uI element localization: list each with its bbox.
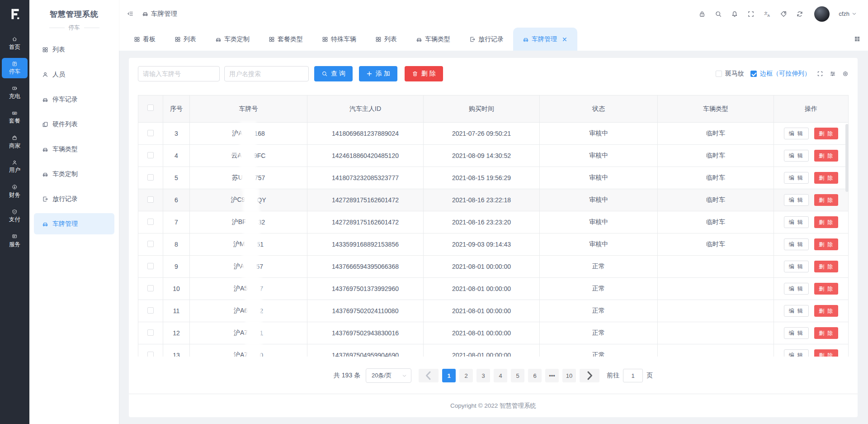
row-delete-button[interactable]: 删 除 (814, 216, 838, 228)
select-all-checkbox[interactable] (147, 105, 154, 111)
edit-button[interactable]: 编 辑 (784, 172, 809, 184)
rail-item-package[interactable]: VIP套餐 (2, 107, 28, 128)
rail-item-pay[interactable]: 支付 (2, 206, 28, 227)
delete-button[interactable]: 删 除 (405, 66, 443, 81)
border-checkbox[interactable]: 边框（可拉伸列） (750, 70, 811, 78)
edit-button[interactable]: 编 辑 (784, 349, 809, 357)
row-delete-button[interactable]: 删 除 (814, 327, 838, 339)
goto-page-input[interactable] (623, 369, 643, 382)
row-checkbox[interactable] (147, 219, 154, 225)
edit-button[interactable]: 编 辑 (784, 261, 809, 272)
cell-plate: 云A9FC (190, 145, 307, 167)
app-logo[interactable] (0, 0, 29, 28)
sidebar-item-hardware-list[interactable]: 硬件列表 (29, 112, 119, 137)
tab-list-2[interactable]: 列表 (366, 28, 406, 51)
rail-item-user[interactable]: 用户 (2, 157, 28, 177)
page-ellipsis[interactable]: ••• (545, 369, 559, 382)
tab-car-custom[interactable]: 车类定制 (206, 28, 259, 51)
query-button[interactable]: 查 询 (314, 66, 353, 81)
row-delete-button[interactable]: 删 除 (814, 150, 838, 162)
edit-button[interactable]: 编 辑 (784, 305, 809, 317)
rail-item-parking[interactable]: 停车 (2, 58, 28, 79)
avatar[interactable] (814, 6, 830, 22)
row-delete-button[interactable]: 删 除 (814, 349, 838, 357)
next-page-button[interactable] (580, 369, 599, 382)
edit-button[interactable]: 编 辑 (784, 327, 809, 339)
gear-icon[interactable] (842, 71, 849, 77)
tab-package-types[interactable]: 套餐类型 (259, 28, 312, 51)
page-button-6[interactable]: 6 (528, 369, 542, 382)
fullscreen-icon[interactable] (817, 71, 823, 77)
page-button-2[interactable]: 2 (459, 369, 473, 382)
table-scrollbar-thumb[interactable] (845, 124, 849, 192)
row-delete-button[interactable]: 删 除 (814, 128, 838, 139)
sidebar-item-staff[interactable]: 人员 (29, 62, 119, 87)
zebra-checkbox-box[interactable] (716, 71, 722, 77)
prev-page-button[interactable] (419, 369, 439, 382)
user-menu[interactable]: cfzh (839, 10, 857, 17)
edit-button[interactable]: 编 辑 (784, 238, 809, 250)
edit-button[interactable]: 编 辑 (784, 216, 809, 228)
sidebar-item-car-custom[interactable]: 车类定制 (29, 162, 119, 186)
page-button-10[interactable]: 10 (562, 369, 576, 382)
translate-icon[interactable]: 文A (764, 10, 771, 18)
row-checkbox[interactable] (147, 196, 154, 203)
row-checkbox[interactable] (147, 152, 154, 158)
page-size-select[interactable]: 20条/页 (366, 368, 411, 383)
tab-release-records[interactable]: 放行记录 (460, 28, 513, 51)
tab-plate-manage[interactable]: 车牌管理 (513, 28, 577, 51)
edit-button[interactable]: 编 辑 (784, 150, 809, 162)
tab-list-1[interactable]: 列表 (165, 28, 206, 51)
username: cfzh (839, 10, 849, 17)
rail-item-service[interactable]: 服务 (2, 230, 28, 251)
row-checkbox[interactable] (147, 352, 154, 357)
page-button-3[interactable]: 3 (476, 369, 490, 382)
tag-icon[interactable] (780, 10, 787, 18)
page-button-1[interactable]: 1 (442, 369, 456, 382)
edit-button[interactable]: 编 辑 (784, 194, 809, 206)
edit-button[interactable]: 编 辑 (784, 128, 809, 139)
plate-search-input[interactable] (138, 66, 220, 81)
username-search-input[interactable] (224, 66, 309, 81)
row-checkbox[interactable] (147, 329, 154, 336)
rail-item-merchant[interactable]: 商家 (2, 132, 28, 152)
fullscreen-icon[interactable] (747, 10, 755, 18)
row-delete-button[interactable]: 删 除 (814, 194, 838, 206)
sidebar-item-plate-manage[interactable]: 车牌管理 (34, 213, 114, 234)
row-delete-button[interactable]: 删 除 (814, 172, 838, 184)
row-delete-button[interactable]: 删 除 (814, 238, 838, 250)
sidebar-item-vehicle-types[interactable]: 车辆类型 (29, 137, 119, 162)
close-icon[interactable] (560, 36, 568, 43)
rail-item-home[interactable]: 首页 (2, 33, 28, 54)
row-checkbox[interactable] (147, 263, 154, 269)
border-checkbox-box[interactable] (750, 71, 757, 77)
row-checkbox[interactable] (147, 174, 154, 181)
edit-button[interactable]: 编 辑 (784, 283, 809, 295)
row-delete-button[interactable]: 删 除 (814, 283, 838, 295)
row-checkbox[interactable] (147, 307, 154, 314)
zebra-checkbox[interactable]: 斑马纹 (716, 70, 744, 78)
tab-special-vehicles[interactable]: 特殊车辆 (312, 28, 366, 51)
sidebar-item-list[interactable]: 列表 (29, 37, 119, 62)
tab-dashboard[interactable]: 看板 (124, 28, 165, 51)
row-delete-button[interactable]: 删 除 (814, 261, 838, 272)
search-icon[interactable] (715, 10, 722, 18)
refresh-icon[interactable] (796, 10, 803, 18)
add-button[interactable]: 添 加 (359, 66, 397, 81)
rail-item-finance[interactable]: 财务 (2, 181, 28, 202)
tab-layout-grid-icon[interactable] (854, 35, 861, 44)
bell-icon[interactable] (731, 10, 738, 18)
row-checkbox[interactable] (147, 241, 154, 247)
page-button-4[interactable]: 4 (494, 369, 507, 382)
row-checkbox[interactable] (147, 130, 154, 136)
row-delete-button[interactable]: 删 除 (814, 305, 838, 317)
page-button-5[interactable]: 5 (511, 369, 524, 382)
sidebar-item-parking-records[interactable]: 停车记录 (29, 87, 119, 112)
collapse-menu-icon[interactable] (127, 10, 134, 17)
row-checkbox[interactable] (147, 285, 154, 291)
sidebar-item-release-records[interactable]: 放行记录 (29, 186, 119, 211)
rail-item-charge[interactable]: 充电 (2, 82, 28, 103)
column-settings-icon[interactable] (830, 71, 836, 77)
tab-vehicle-types[interactable]: 车辆类型 (406, 28, 460, 51)
lock-icon[interactable] (698, 10, 706, 18)
